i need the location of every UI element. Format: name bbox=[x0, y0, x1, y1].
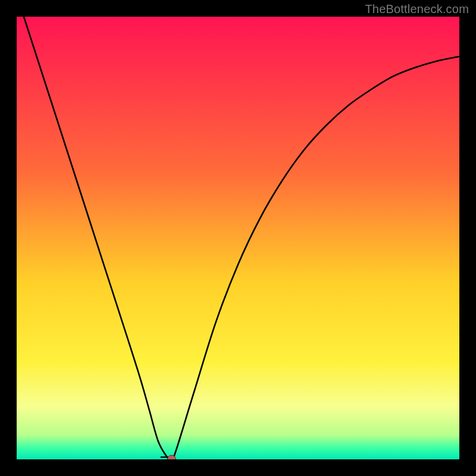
bottleneck-curve bbox=[17, 17, 459, 459]
chart-overlay bbox=[17, 17, 459, 459]
plot-area bbox=[17, 17, 459, 459]
stage: TheBottleneck.com bbox=[0, 0, 476, 476]
watermark-text: TheBottleneck.com bbox=[365, 2, 469, 16]
